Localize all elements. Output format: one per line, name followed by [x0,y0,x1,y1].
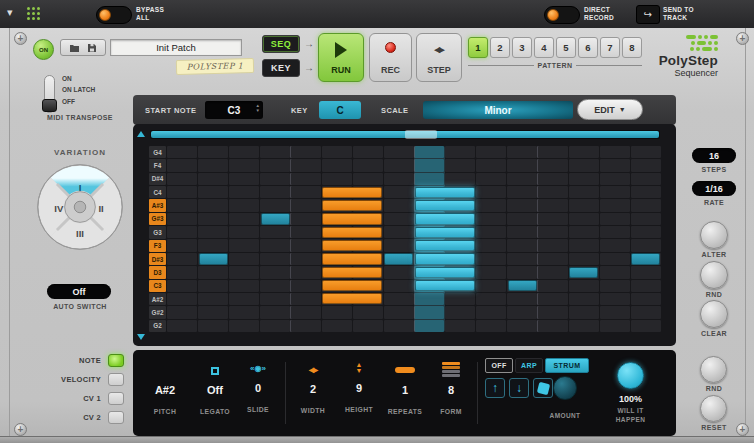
scale-label: SCALE [381,106,408,115]
sequencer-note[interactable] [384,253,413,264]
sequencer-note[interactable] [322,187,382,198]
pattern-button-2[interactable]: 2 [490,37,510,58]
sequencer-note[interactable] [415,267,475,278]
note-label-F4: F4 [149,159,166,171]
scroll-up-icon[interactable] [137,131,145,137]
key-display[interactable]: C [319,101,361,119]
clear-knob[interactable] [700,300,728,328]
reset-knob[interactable] [700,395,727,422]
edit-button[interactable]: EDIT▼ [577,99,643,120]
rate-display[interactable]: 1/16 [692,181,736,196]
lane-select-button[interactable] [108,373,124,386]
lane-select-button[interactable] [108,392,124,405]
rack-bottom-edge [0,436,754,443]
sequencer-note[interactable] [322,280,382,291]
seq-mode-button[interactable]: SEQ [262,35,300,53]
strum-up-button[interactable]: ↑ [485,378,505,398]
run-button[interactable]: RUN [318,33,364,82]
spinner-arrows-icon[interactable]: ▲▼ [256,103,260,113]
variation-selector[interactable]: I II III IV [32,159,128,255]
sequencer-note[interactable] [322,227,382,238]
patch-name-display[interactable]: Init Patch [110,39,242,56]
note-label-G3: G3 [149,226,166,238]
sequencer-note[interactable] [415,227,475,238]
sequencer-note[interactable] [415,200,475,211]
slide-param[interactable]: «◉» 0 SLIDE [238,350,278,413]
steps-display[interactable]: 16 [692,148,736,163]
pattern-button-4[interactable]: 4 [534,37,554,58]
sequencer-note[interactable] [261,213,290,224]
sequencer-note[interactable] [322,240,382,251]
form-param[interactable]: 8 FORM [429,350,473,415]
sequencer-note[interactable] [322,267,382,278]
height-param[interactable]: ▲▼ 9 HEIGHT [337,350,381,413]
sequencer-note[interactable] [415,187,475,198]
folder-icon[interactable] [69,43,80,53]
midi-transpose-knob[interactable] [42,99,57,112]
logo-block: PolyStep Sequencer [616,35,718,78]
sequencer-note[interactable] [508,280,537,291]
right-rail [745,28,746,443]
collapse-chevron-icon[interactable]: ▾ [7,6,13,19]
key-mode-button[interactable]: KEY [262,59,300,77]
rec-button[interactable]: REC [369,33,412,82]
sequencer-note[interactable] [569,267,598,278]
pitch-label: PITCH [138,408,192,415]
form-label: FORM [429,408,473,415]
pattern-button-6[interactable]: 6 [578,37,598,58]
sequencer-note[interactable] [415,280,475,291]
height-label: HEIGHT [337,406,381,413]
patch-file-buttons[interactable] [60,39,106,56]
lane-row-cv-1: CV 1 [28,391,124,406]
device-grid-icon[interactable] [27,7,40,20]
sequencer-note[interactable] [322,253,382,264]
slide-label: SLIDE [238,406,278,413]
lane-select-button[interactable] [108,354,124,367]
scale-display[interactable]: Minor [423,101,573,119]
sequencer-note[interactable] [199,253,228,264]
width-icon: ◂▸ [291,364,335,375]
pattern-button-5[interactable]: 5 [556,37,576,58]
pattern-button-1[interactable]: 1 [468,37,488,58]
slide-icon: «◉» [238,364,278,373]
amount-knob[interactable] [553,376,577,400]
direct-record-toggle[interactable] [544,6,580,24]
strum-random-button[interactable] [533,378,553,398]
bypass-label: BYPASSALL [136,6,164,22]
auto-switch-display[interactable]: Off [47,284,111,299]
width-param[interactable]: ◂▸ 2 WIDTH [291,350,335,414]
loop-range-bar[interactable] [150,130,660,139]
start-note-display[interactable]: C3 ▲▼ [205,101,263,119]
sequencer-note[interactable] [322,213,382,224]
device-on-button[interactable]: ON [33,39,54,60]
sequencer-note[interactable] [322,200,382,211]
strum-down-button[interactable]: ↓ [509,378,529,398]
sequencer-note[interactable] [415,240,475,251]
step-arrows-icon: ◂▸ [434,42,443,56]
bottom-rnd-label: RND [680,385,748,392]
save-icon[interactable] [87,43,97,53]
send-to-track-button[interactable]: ↪ [636,5,660,24]
sequencer-note[interactable] [631,253,660,264]
svg-text:III: III [76,228,84,239]
strum-mode-arp[interactable]: ARP [515,358,543,373]
sequencer-note[interactable] [322,293,382,304]
strum-mode-off[interactable]: OFF [485,358,513,373]
will-it-happen-knob[interactable] [617,362,644,389]
bypass-toggle[interactable] [96,6,132,24]
svg-text:II: II [98,203,104,214]
lane-select-button[interactable] [108,411,124,424]
strum-mode-strum[interactable]: STRUM [545,358,589,373]
scroll-down-icon[interactable] [137,334,145,340]
sequencer-note[interactable] [415,253,475,264]
repeats-param[interactable]: 1 REPEATS [383,350,427,415]
rnd-knob[interactable] [700,261,728,289]
pattern-button-3[interactable]: 3 [512,37,532,58]
legato-param[interactable]: Off LEGATO [192,350,238,415]
bottom-rnd-knob[interactable] [700,356,727,383]
note-label-G#2: G#2 [149,306,166,318]
sequencer-note[interactable] [415,213,475,224]
alter-knob[interactable] [700,221,728,249]
step-button[interactable]: ◂▸ STEP [416,33,462,82]
rate-label: RATE [680,199,748,206]
